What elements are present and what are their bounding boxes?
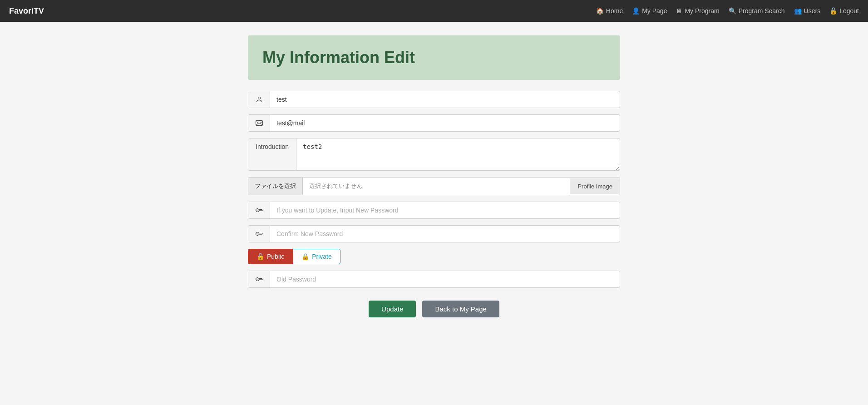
confirm-password-input[interactable] (270, 226, 620, 242)
introduction-label: Introduction (248, 138, 296, 170)
key-icon-confirm (248, 226, 270, 242)
username-input[interactable] (270, 91, 620, 108)
email-input[interactable] (270, 115, 620, 131)
navbar: FavoriTV 🏠 Home 👤 My Page 🖥 My Program 🔍… (0, 0, 868, 22)
page-title: My Information Edit (262, 48, 606, 67)
logout-icon: 🔓 (829, 7, 837, 15)
private-button[interactable]: 🔒 Private (293, 249, 340, 264)
person-icon (248, 91, 270, 108)
profile-image-label: Profile Image (570, 178, 620, 194)
key-icon-password (248, 202, 270, 218)
lock-icon: 🔒 (301, 253, 309, 260)
home-icon: 🏠 (596, 7, 604, 15)
visibility-toggle-row: 🔓 Public 🔒 Private (248, 249, 620, 264)
file-name-display: 選択されていません (303, 178, 570, 195)
nav-users[interactable]: 👥 Users (794, 7, 821, 15)
update-button[interactable]: Update (369, 301, 416, 317)
public-icon: 🔓 (256, 253, 264, 260)
file-choose-button[interactable]: ファイルを選択 (248, 178, 303, 195)
monitor-icon: 🖥 (676, 7, 682, 15)
users-icon: 👥 (794, 7, 802, 15)
user-icon: 👤 (632, 7, 640, 15)
nav-home[interactable]: 🏠 Home (596, 7, 623, 15)
main-content: My Information Edit Introduction test2 フ… (239, 35, 629, 317)
nav-links: 🏠 Home 👤 My Page 🖥 My Program 🔍 Program … (596, 7, 859, 15)
file-upload-group: ファイルを選択 選択されていません Profile Image (248, 177, 620, 195)
old-password-input[interactable] (270, 271, 620, 287)
confirm-password-field-group (248, 225, 620, 242)
email-field-group (248, 114, 620, 132)
nav-mypage[interactable]: 👤 My Page (632, 7, 667, 15)
nav-logout[interactable]: 🔓 Logout (829, 7, 859, 15)
brand-logo: FavoriTV (9, 6, 44, 16)
key-icon-old (248, 271, 270, 287)
search-icon: 🔍 (729, 7, 736, 15)
public-button[interactable]: 🔓 Public (248, 249, 293, 264)
back-to-mypage-button[interactable]: Back to My Page (422, 301, 499, 317)
envelope-icon (248, 115, 270, 131)
old-password-field-group (248, 271, 620, 288)
nav-myprogram[interactable]: 🖥 My Program (676, 7, 719, 15)
introduction-input[interactable]: test2 (296, 138, 620, 170)
new-password-field-group (248, 202, 620, 219)
page-header: My Information Edit (248, 35, 620, 80)
new-password-input[interactable] (270, 202, 620, 218)
username-field-group (248, 91, 620, 108)
introduction-field-group: Introduction test2 (248, 138, 620, 171)
nav-program-search[interactable]: 🔍 Program Search (729, 7, 785, 15)
action-row: Update Back to My Page (248, 301, 620, 317)
